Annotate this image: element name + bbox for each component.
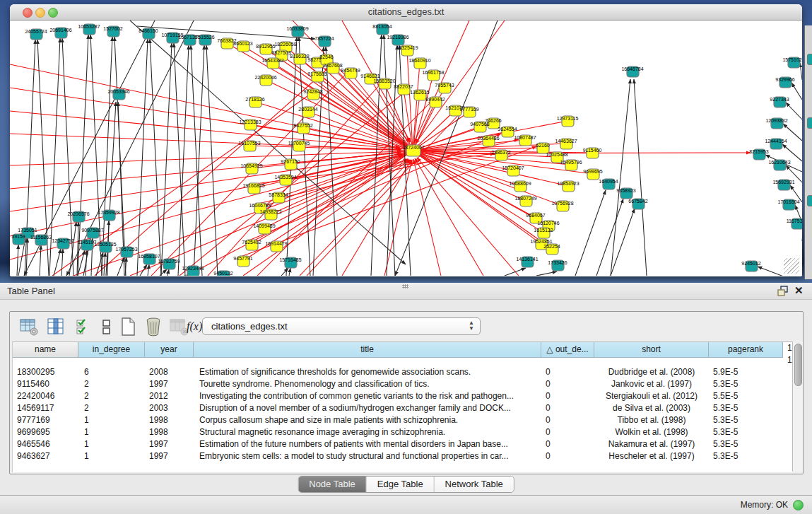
graph-node[interactable]: 18807249 (514, 196, 536, 206)
cell-out_de[interactable]: 0 (541, 450, 594, 462)
graph-node[interactable]: 9699695 (583, 169, 602, 180)
graph-node[interactable]: 7955743 (435, 83, 454, 93)
graph-node[interactable]: 15720407 (502, 165, 524, 176)
graph-node[interactable]: 10756928 (551, 201, 573, 211)
column-header-title[interactable]: title (194, 342, 541, 358)
new-file-icon[interactable] (117, 316, 139, 337)
cell-short[interactable]: Tibbo et al. (1998) (594, 414, 709, 426)
column-header-pagerank[interactable]: pagerank (709, 342, 783, 358)
cell-out_de[interactable]: 0 (541, 378, 594, 390)
cell-in_degree[interactable]: 2 (78, 390, 145, 402)
graph-node[interactable]: 1527602 (103, 26, 122, 37)
cell-in_degree[interactable]: 6 (78, 366, 145, 378)
graph-node[interactable]: 2718126 (245, 97, 264, 107)
cell-name[interactable]: 9465546 (13, 438, 78, 450)
graph-node[interactable]: 19166825 (242, 183, 264, 194)
cell-name[interactable]: 9115460 (13, 378, 78, 390)
cell-out_de[interactable]: 0 (541, 438, 594, 450)
graph-node[interactable]: 10653287 (78, 24, 100, 35)
graph-node[interactable]: 90975887 (81, 228, 103, 238)
graph-node[interactable]: 12444154 (765, 139, 787, 149)
cell-pagerank[interactable]: 5.3E-5 (709, 414, 783, 426)
graph-node[interactable]: 14353594 (274, 175, 296, 185)
cell-short[interactable]: Nakamura et al. (1997) (594, 438, 709, 450)
table-row[interactable]: 1938455462009Genome-wide association stu… (783, 354, 793, 366)
cell-in_degree[interactable]: 1 (78, 426, 145, 438)
graph-node[interactable]: 1640954 (599, 179, 618, 189)
column-header-name[interactable]: name (13, 342, 78, 358)
window-titlebar[interactable]: citations_edges.txt (10, 4, 802, 21)
network-view-window[interactable]: citations_edges.txt 24055724206914061065… (10, 4, 802, 276)
network-canvas[interactable]: 2405572420691406106532871527602846616010… (10, 21, 802, 276)
graph-node[interactable]: 7857224 (314, 36, 334, 47)
cell-out_de[interactable]: 0 (541, 414, 594, 426)
cell-title[interactable]: Disruption of a novel member of a sodium… (194, 402, 541, 414)
graph-node[interactable]: 16543382 (261, 58, 283, 69)
float-panel-icon[interactable] (777, 286, 789, 296)
unselect-rows-icon[interactable] (96, 316, 117, 337)
graph-node[interactable]: 24055724 (25, 29, 47, 40)
graph-node[interactable]: 8813054 (372, 24, 392, 35)
cell-short[interactable]: Stergiakouli et al. (2012) (594, 390, 709, 402)
graph-node[interactable]: 10807487 (514, 135, 536, 146)
window-resize-grip[interactable] (784, 258, 799, 274)
graph-node[interactable]: 16495796 (560, 160, 582, 170)
graph-node[interactable]: 9457791 (233, 256, 252, 267)
graph-node[interactable]: 19854923 (557, 181, 579, 192)
cell-year[interactable]: 1997 (145, 450, 194, 462)
graph-node[interactable]: 12093832 (765, 118, 787, 129)
graph-node[interactable]: 9777169 (459, 107, 478, 117)
select-all-icon[interactable] (73, 316, 95, 337)
cell-pagerank[interactable]: 5.9E-5 (709, 366, 783, 378)
cell-pagerank[interactable]: 5.5E-5 (709, 390, 783, 402)
graph-node[interactable]: 15716485 (279, 257, 301, 268)
table-row[interactable]: 1830029562008Estimation of significance … (13, 366, 793, 378)
cell-year[interactable]: 1998 (145, 426, 194, 438)
cell-in_degree[interactable]: 1 (78, 438, 145, 450)
cell-in_degree[interactable]: 2 (78, 378, 145, 390)
table-row[interactable]: 2242004622012Investigating the contribut… (13, 390, 793, 402)
column-header-in_degree[interactable]: in_degree (78, 342, 145, 358)
column-header-out_de[interactable]: △ out_de... (541, 342, 594, 358)
graph-node[interactable]: 9358923 (616, 188, 635, 199)
graph-node[interactable]: 14136141 (516, 257, 538, 267)
graph-node[interactable]: 9497568 (470, 122, 489, 132)
graph-node[interactable]: 1615132 (534, 228, 553, 238)
graph-node[interactable]: 8990442 (425, 97, 445, 107)
table-row[interactable]: 969969511998Structural magnetic resonanc… (13, 426, 793, 438)
panel-drag-handle[interactable] (402, 284, 408, 288)
graph-node[interactable]: 8466160 (139, 28, 158, 39)
table-row[interactable]: 911546021997Tourette syndrome. Phenomeno… (13, 378, 793, 390)
cell-title[interactable]: Structural magnetic resonance image aver… (194, 426, 541, 438)
column-header-year[interactable]: year (145, 342, 194, 358)
graph-node[interactable]: 9245012 (741, 261, 760, 271)
cell-title[interactable]: Embryonic stem cells: a model to study s… (194, 450, 541, 462)
cell-year[interactable]: 2012 (145, 390, 194, 402)
tab-network-table[interactable]: Network Table (435, 477, 514, 492)
cell-pagerank[interactable]: 5.3E-5 (709, 426, 783, 438)
cell-pagerank[interactable]: 5.3E-5 (709, 378, 783, 390)
close-panel-icon[interactable]: ✕ (794, 284, 806, 297)
table-settings-icon[interactable] (18, 316, 40, 337)
cell-year[interactable]: 1997 (145, 378, 194, 390)
graph-node[interactable]: 16648784 (621, 66, 643, 77)
cell-year[interactable]: 1998 (145, 414, 194, 426)
graph-node[interactable]: 16958107 (138, 254, 160, 264)
graph-node[interactable]: 8215953 (749, 149, 768, 160)
graph-node[interactable]: 16033809 (286, 26, 308, 37)
delete-icon[interactable] (143, 316, 164, 337)
cell-out_de[interactable]: 0 (541, 366, 594, 378)
tab-edge-table[interactable]: Edge Table (367, 477, 435, 492)
cell-name[interactable]: 9699695 (13, 426, 78, 438)
cell-pagerank[interactable]: 5.3E-5 (709, 450, 783, 462)
cell-short[interactable]: Wolkin et al. (1998) (594, 426, 709, 438)
cell-short[interactable]: de Silva et al. (2003) (594, 402, 709, 414)
table-row[interactable]: 946554611997Estimation of the future num… (13, 438, 793, 450)
graph-node[interactable]: 18640910 (408, 58, 430, 69)
graph-node[interactable]: 1733426 (548, 260, 567, 271)
cell-name[interactable]: 9463627 (13, 450, 78, 462)
graph-node[interactable]: 9450122 (213, 271, 233, 276)
cell-in_degree[interactable]: 1 (78, 414, 145, 426)
cell-name[interactable]: 14569117 (13, 402, 78, 414)
graph-node[interactable]: 20053346 (107, 89, 129, 100)
